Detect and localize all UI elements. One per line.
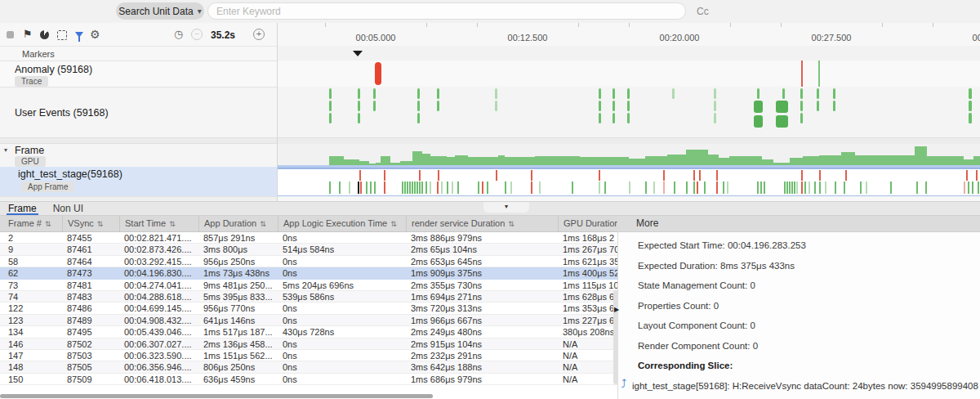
anomaly-track-label[interactable]: Anomaly (59168) Trace: [0, 61, 277, 87]
user-event-tick[interactable]: [373, 88, 376, 99]
user-event-tick[interactable]: [833, 88, 835, 99]
user-event-tick[interactable]: [437, 101, 439, 111]
slice-tick[interactable]: [645, 182, 647, 194]
gpu-frame-bar[interactable]: [667, 155, 686, 166]
gpu-frame-track[interactable]: [278, 144, 980, 167]
slice-tick[interactable]: [674, 182, 675, 194]
user-events-track-label[interactable]: User Events (59168): [0, 87, 277, 137]
slice-tick[interactable]: [693, 182, 695, 194]
frame-boundary-tick[interactable]: [693, 170, 695, 181]
sort-icon[interactable]: ⇅: [169, 220, 176, 228]
slice-tick[interactable]: [430, 182, 431, 194]
slice-tick[interactable]: [794, 182, 795, 194]
slice-tick[interactable]: [663, 182, 665, 194]
tab-frame[interactable]: Frame: [7, 202, 38, 215]
jump-to-slice-icon[interactable]: ⤴: [621, 377, 626, 390]
user-event-tick[interactable]: [782, 88, 785, 99]
frame-boundary-tick[interactable]: [496, 170, 497, 181]
user-event-tick[interactable]: [817, 88, 819, 99]
table-vertical-scrollbar[interactable]: [613, 290, 618, 384]
slice-tick[interactable]: [786, 182, 788, 194]
user-event-blob[interactable]: [754, 101, 763, 113]
frame-boundary-tick[interactable]: [845, 170, 847, 181]
filter-funnel-icon[interactable]: [75, 29, 83, 38]
slice-tick[interactable]: [814, 182, 816, 194]
slice-tick[interactable]: [801, 182, 803, 194]
slice-tick[interactable]: [409, 182, 411, 194]
user-events-track[interactable]: [278, 87, 980, 137]
table-horizontal-scrollbar[interactable]: [0, 394, 433, 398]
slice-tick[interactable]: [804, 182, 806, 194]
slice-tick[interactable]: [366, 182, 368, 194]
slice-tick[interactable]: [384, 182, 385, 194]
frame-boundary-tick[interactable]: [531, 170, 532, 181]
slice-tick[interactable]: [653, 182, 655, 194]
user-event-tick[interactable]: [495, 88, 497, 99]
user-event-tick[interactable]: [417, 88, 420, 99]
markers-strip[interactable]: [278, 46, 980, 61]
slice-tick[interactable]: [478, 182, 479, 194]
user-event-tick[interactable]: [358, 88, 360, 99]
user-event-tick[interactable]: [329, 113, 332, 123]
gpu-frame-bar[interactable]: [412, 151, 422, 166]
frame-boundary-tick[interactable]: [699, 170, 701, 181]
column-header[interactable]: VSync⇅: [62, 216, 119, 231]
user-event-tick[interactable]: [437, 88, 439, 99]
user-event-tick[interactable]: [373, 101, 376, 111]
slice-tick[interactable]: [760, 182, 762, 194]
column-header[interactable]: App Logic Execution Time⇅: [278, 216, 406, 231]
gpu-frame-bar[interactable]: [686, 150, 708, 166]
sort-icon[interactable]: ⇅: [45, 220, 51, 228]
slice-tick[interactable]: [441, 182, 443, 194]
slice-tick[interactable]: [457, 182, 459, 194]
slice-tick[interactable]: [360, 182, 362, 194]
user-event-tick[interactable]: [672, 88, 675, 99]
slice-tick[interactable]: [704, 182, 706, 194]
user-event-tick[interactable]: [612, 113, 615, 123]
slice-tick[interactable]: [604, 182, 606, 194]
user-event-tick[interactable]: [800, 88, 803, 99]
slice-tick[interactable]: [414, 182, 416, 194]
user-event-tick[interactable]: [714, 113, 716, 123]
column-header[interactable]: App Duration⇅: [198, 216, 278, 231]
slice-tick[interactable]: [505, 182, 506, 194]
user-event-tick[interactable]: [800, 101, 803, 111]
slice-tick[interactable]: [599, 182, 600, 194]
stage-track-label[interactable]: ight_test_stage(59168) App Frame: [0, 167, 277, 196]
frame-boundary-tick[interactable]: [419, 170, 421, 181]
anomaly-event-line[interactable]: [801, 61, 803, 87]
slice-tick[interactable]: [407, 182, 408, 194]
slice-tick[interactable]: [419, 182, 421, 194]
slice-tick[interactable]: [972, 182, 973, 194]
search-scope-dropdown[interactable]: Search Unit Data ▾: [116, 2, 204, 20]
user-event-tick[interactable]: [817, 101, 819, 111]
flag-icon[interactable]: ⚑: [23, 29, 33, 40]
settings-gear-icon[interactable]: ⚙: [90, 29, 100, 41]
selection-box-icon[interactable]: [57, 29, 67, 40]
slice-tick[interactable]: [402, 182, 403, 194]
user-event-tick[interactable]: [627, 101, 630, 111]
column-scroll-right-icon[interactable]: ▶: [614, 306, 619, 313]
user-event-tick[interactable]: [969, 88, 972, 99]
slice-tick[interactable]: [964, 182, 965, 194]
slice-tick[interactable]: [723, 182, 724, 194]
gpu-frame-bar[interactable]: [708, 155, 719, 166]
slice-tick[interactable]: [866, 182, 867, 194]
panel-splitter[interactable]: FrameNon UI ▾: [0, 201, 980, 216]
slice-tick[interactable]: [482, 182, 483, 194]
frame-boundary-tick[interactable]: [976, 170, 978, 181]
user-event-tick[interactable]: [599, 88, 601, 99]
user-event-tick[interactable]: [599, 113, 601, 123]
user-event-tick[interactable]: [329, 101, 332, 111]
timeline-area[interactable]: 00:05.00000:12.50000:20.00000:27.50000:3…: [278, 23, 980, 201]
slice-tick[interactable]: [412, 182, 413, 194]
frame-boundary-tick[interactable]: [716, 170, 718, 181]
slice-tick[interactable]: [890, 182, 892, 194]
anomaly-event-bar[interactable]: [375, 62, 381, 85]
slice-tick[interactable]: [452, 182, 453, 194]
sort-icon[interactable]: ⇅: [390, 220, 397, 228]
slice-tick[interactable]: [358, 182, 359, 194]
slice-tick[interactable]: [791, 182, 793, 194]
frame-boundary-tick[interactable]: [438, 170, 439, 181]
user-event-blob[interactable]: [776, 115, 788, 128]
